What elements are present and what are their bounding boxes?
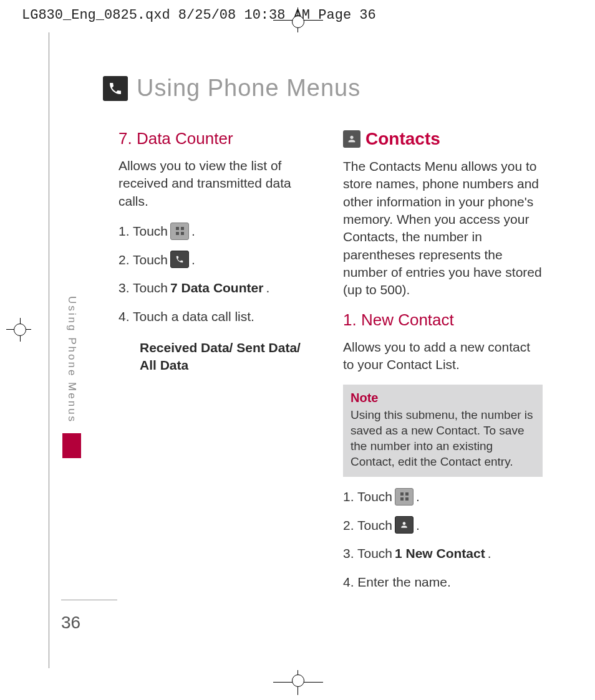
heading-new-contact: 1. New Contact <box>343 310 543 330</box>
step-4: 4. Touch a data call list. <box>119 307 318 327</box>
heading-data-counter: 7. Data Counter <box>119 129 318 148</box>
step-1: 1. Touch . <box>119 221 318 241</box>
heading-contacts: Contacts <box>365 129 440 149</box>
note-body: Using this submenu, the number is saved … <box>351 408 535 469</box>
side-section-label: Using Phone Menus <box>65 296 78 423</box>
step-4-detail: Received Data/ Sent Data/ All Data <box>140 339 318 375</box>
step-text: . <box>416 487 420 507</box>
left-column: 7. Data Counter Allows you to view the l… <box>119 129 318 600</box>
phone-icon <box>103 76 128 101</box>
intro-contacts: The Contacts Menu allows you to store na… <box>343 158 543 299</box>
step-text: . <box>191 250 195 270</box>
crop-mark <box>14 324 26 336</box>
step-text: 1. Touch <box>343 487 392 507</box>
step-1: 1. Touch . <box>343 487 543 507</box>
contacts-heading-row: Contacts <box>343 129 543 149</box>
step-4: 4. Enter the name. <box>343 572 543 592</box>
intro-new-contact: Allows you to add a new contact to your … <box>343 338 543 374</box>
note-title: Note <box>351 391 535 405</box>
step-text: 2. Touch <box>343 515 392 535</box>
recent-calls-icon <box>170 251 189 268</box>
print-slug: LG830_Eng_0825.qxd 8/25/08 10:38 AM Page… <box>22 7 376 23</box>
contacts-menu-icon <box>395 516 414 534</box>
footer-rule <box>61 600 117 600</box>
step-text: . <box>416 515 420 535</box>
intro-data-counter: Allows you to view the list of received … <box>119 157 318 210</box>
step-2: 2. Touch . <box>343 515 543 535</box>
step-text: 2. Touch <box>119 250 168 270</box>
step-text: 3. Touch <box>119 278 168 298</box>
step-text: 1. Touch <box>119 221 168 241</box>
crop-mark <box>292 16 304 28</box>
page-frame-line <box>49 32 49 668</box>
side-accent-bar <box>62 433 81 458</box>
step-3: 3. Touch 7 Data Counter. <box>119 278 318 298</box>
step-text: . <box>266 278 269 298</box>
menu-grid-icon <box>170 223 189 240</box>
step-text: 3. Touch <box>343 544 392 563</box>
contacts-icon <box>343 130 360 148</box>
page-title-row: Using Phone Menus <box>103 75 552 102</box>
page-number: 36 <box>61 613 80 633</box>
note-box: Note Using this submenu, the number is s… <box>343 385 543 477</box>
step-bold: 7 Data Counter <box>170 278 263 298</box>
page-title: Using Phone Menus <box>137 75 360 102</box>
menu-grid-icon <box>395 488 414 506</box>
crop-mark <box>292 674 304 687</box>
step-3: 3. Touch 1 New Contact. <box>343 544 543 563</box>
step-2: 2. Touch . <box>119 250 318 270</box>
step-text: . <box>488 544 491 563</box>
right-column: Contacts The Contacts Menu allows you to… <box>343 129 543 600</box>
step-text: . <box>191 221 195 241</box>
step-bold: 1 New Contact <box>395 544 485 563</box>
